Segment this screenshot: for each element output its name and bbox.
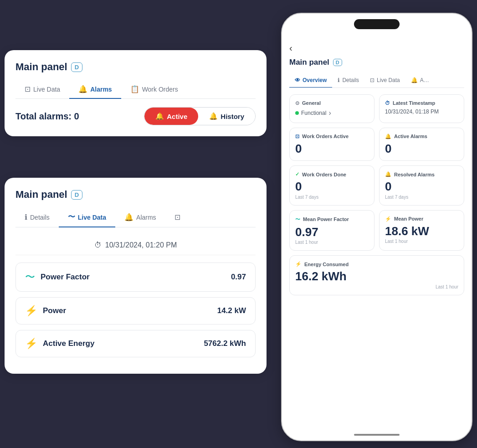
aa-label: Active Alarms [394,134,427,139]
tab-alarms[interactable]: 🔔 Alarms [69,80,121,99]
ec-value: 16.2 kWh [295,270,458,283]
ae-label: Active Energy [43,339,94,348]
timestamp-text: 10/31/2024, 01:20 PM [105,241,177,249]
card-mean-pf: 〜 Mean Power Factor 0.97 Last 1 hour [289,210,374,251]
live-data-icon: ⊡ [25,85,31,93]
tab-details-label: Details [30,214,50,221]
card-active-alarms: 🔔 Active Alarms 0 [379,128,464,161]
panel-title-alarms: Main panel D [15,61,256,73]
location-icon: ⊙ [295,100,299,106]
mpf-sub: Last 1 hour [295,240,369,245]
back-button[interactable]: ‹ [289,43,464,53]
ae-value: 5762.2 kWh [204,339,246,348]
alarms-icon: 🔔 [78,85,87,93]
active-toggle[interactable]: 🔔 Active [144,108,198,125]
clock2-icon: ⏱ [385,100,390,106]
panel-title-live-text: Main panel [15,189,67,201]
wod-sub: Last 7 days [295,195,369,200]
phone-tab-details[interactable]: ℹ Details [332,73,364,88]
metric-power-factor: 〜 Power Factor 0.97 [15,263,256,292]
ec-header: ⚡ Energy Consumed [295,261,458,267]
details-label: Details [342,77,359,83]
card-general[interactable]: ⊙ General Functional › [289,94,374,123]
panel-title-text: Main panel [15,61,67,73]
card-resolved-alarms: 🔔 Resolved Alarms 0 Last 7 days [379,165,464,206]
phone-tab-live[interactable]: ⊡ Live Data [364,73,405,88]
tab-live-data-label: Live Data [33,86,60,93]
bell-icon: 🔔 [155,112,164,120]
pf-label: Power Factor [41,273,90,282]
alarms-row: Total alarms: 0 🔔 Active 🔔 History [15,107,256,125]
metric-power: ⚡ Power 14.2 kW [15,297,256,324]
wod-value: 0 [295,180,369,193]
alarms-card: Main panel D ⊡ Live Data 🔔 Alarms 📋 Work… [5,50,267,136]
mp-sub: Last 1 hour [385,239,458,244]
mpf-header: 〜 Mean Power Factor [295,216,369,223]
ec-label: Energy Consumed [304,262,349,267]
live-tab-label: Live Data [377,77,400,83]
history-toggle[interactable]: 🔔 History [198,108,255,125]
total-alarms: Total alarms: 0 [15,111,79,122]
woa-label: Work Orders Active [302,134,349,139]
resolved-bell-icon: 🔔 [385,171,391,177]
arrow-icon: › [328,109,331,117]
status-dot [295,111,299,115]
functional-label: Functional [301,110,326,116]
metric-left-pf: 〜 Power Factor [25,270,90,284]
power-value: 14.2 kW [217,306,246,315]
phone-home-bar [354,434,400,436]
mp-header: ⚡ Mean Power [385,216,458,222]
card-mean-power: ⚡ Mean Power 18.6 kW Last 1 hour [379,210,464,251]
live-icon: 〜 [68,212,75,222]
tab-work-orders[interactable]: 📋 Work Orders [121,80,187,99]
active-alarms-icon: 🔔 [385,134,391,139]
tab-details[interactable]: ℹ Details [15,208,59,227]
woa-header: ⊡ Work Orders Active [295,134,369,139]
ra-label: Resolved Alarms [394,172,435,177]
ec-sub: Last 1 hour [295,284,458,289]
panel-badge: D [71,62,82,72]
history-label: History [221,113,244,120]
alarms-tabs: ⊡ Live Data 🔔 Alarms 📋 Work Orders [15,80,256,99]
metric-left-p: ⚡ Power [25,305,66,317]
metric-active-energy: ⚡ Active Energy 5762.2 kWh [15,330,256,357]
timestamp-row: ⏱ 10/31/2024, 01:20 PM [15,236,256,255]
woa-value: 0 [295,142,369,155]
plug-icon: ⚡ [25,305,37,317]
mpf-label: Mean Power Factor [303,216,349,222]
ra-header: 🔔 Resolved Alarms [385,171,458,177]
phone-tab-alarms[interactable]: 🔔 A… [405,73,435,88]
power-label: Power [43,306,66,315]
tab-alarms-live[interactable]: 🔔 Alarms [115,208,165,227]
metric-left-ae: ⚡ Active Energy [25,338,94,350]
wod-header: ✓ Work Orders Done [295,171,369,177]
panel-live-badge: D [71,190,82,200]
info-icon: ℹ [338,77,340,83]
ra-sub: Last 7 days [385,195,458,200]
bolt-icon: ⚡ [25,338,37,350]
overview-label: Overview [303,77,327,83]
phone-title-text: Main panel [289,58,329,67]
phone-notch [354,19,400,29]
ra-value: 0 [385,180,458,193]
wave-icon: 〜 [25,270,35,284]
tab-alarms-label: Alarms [90,86,112,93]
card-timestamp: ⏱ Latest Timestamp 10/31/2024, 01:18 PM [379,94,464,123]
timestamp-value: 10/31/2024, 01:18 PM [385,108,458,115]
aa-value: 0 [385,142,458,155]
tab-live-data[interactable]: ⊡ Live Data [15,80,69,99]
general-header: ⊙ General [295,100,369,106]
aa-header: 🔔 Active Alarms [385,134,458,139]
history-bell-icon: 🔔 [209,112,218,120]
phone-grid: ⊙ General Functional › ⏱ Latest Timestam… [289,94,464,295]
plug2-icon: ⚡ [385,216,391,222]
tab-more[interactable]: ⊡ [165,208,190,227]
clock-icon: ⏱ [94,241,102,249]
live-tab-icon: ⊡ [370,77,374,83]
mp-label: Mean Power [394,216,423,221]
phone: ‹ Main panel D 👁 Overview ℹ Details ⊡ Li… [281,13,472,441]
bolt2-icon: ⚡ [295,261,302,267]
tab-live-active[interactable]: 〜 Live Data [59,208,115,227]
panel-title-live: Main panel D [15,189,256,201]
phone-tab-overview[interactable]: 👁 Overview [289,73,332,88]
